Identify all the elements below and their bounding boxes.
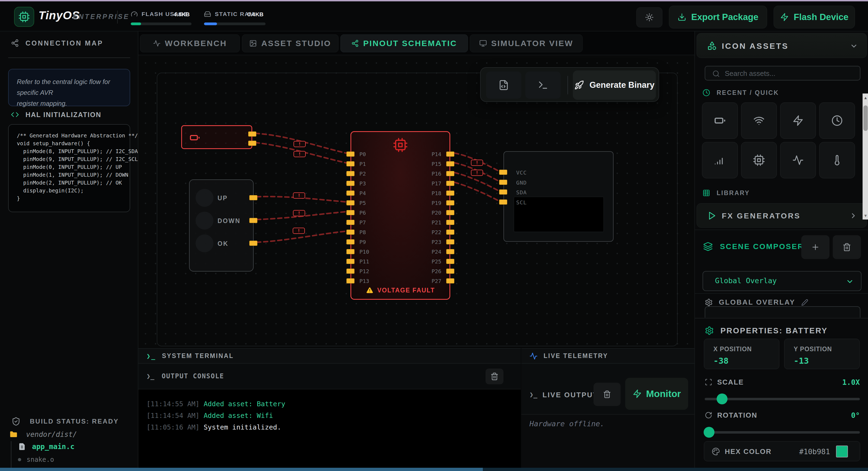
display-pin-pad[interactable] bbox=[499, 190, 507, 195]
wire-fault-marker[interactable]: ! bbox=[293, 228, 305, 234]
rotation-slider-thumb[interactable] bbox=[704, 427, 714, 438]
chip-pin-pad[interactable] bbox=[346, 249, 354, 254]
chip-pin-pad[interactable] bbox=[346, 278, 354, 283]
monitor-button[interactable]: Monitor bbox=[625, 378, 688, 410]
asset-tile-thermometer[interactable] bbox=[819, 142, 855, 178]
chip-pin-pad[interactable] bbox=[346, 152, 354, 157]
chip-pin-pad[interactable] bbox=[446, 249, 454, 254]
theme-toggle-button[interactable] bbox=[637, 7, 662, 27]
hal-code-block[interactable]: /** Generated Hardware Abstraction **/vo… bbox=[8, 124, 130, 212]
chip-pin-pad[interactable] bbox=[446, 220, 454, 225]
chip-pin-pad[interactable] bbox=[346, 269, 354, 274]
asset-tile-signal[interactable] bbox=[702, 142, 738, 178]
overlay-name-input[interactable] bbox=[705, 306, 860, 317]
horizontal-scrollbar[interactable] bbox=[0, 468, 868, 471]
wire-fault-marker[interactable]: ! bbox=[471, 170, 483, 176]
y-position-field[interactable]: Y POSITION -13 bbox=[784, 339, 860, 369]
display-module-node[interactable]: VCCGNDSDASCL bbox=[503, 151, 614, 242]
flash-device-button[interactable]: Flash Device bbox=[774, 6, 855, 29]
scroll-down-arrow[interactable]: ▼ bbox=[863, 212, 868, 219]
chip-pin-pad[interactable] bbox=[346, 210, 354, 215]
chip-pin-pad[interactable] bbox=[446, 152, 454, 157]
battery-pin-pad[interactable] bbox=[248, 141, 256, 146]
hex-color-field[interactable]: HEX COLOR #10b981 bbox=[704, 441, 860, 461]
scale-slider-thumb[interactable] bbox=[717, 394, 727, 404]
wire-fault-marker[interactable]: ! bbox=[293, 210, 305, 216]
chip-pin-pad[interactable] bbox=[446, 259, 454, 264]
x-position-field[interactable]: X POSITION -38 bbox=[704, 339, 779, 369]
chip-pin-pad[interactable] bbox=[446, 200, 454, 205]
asset-tile-activity[interactable] bbox=[780, 142, 816, 178]
panel-scrollbar[interactable]: ▲ ▼ bbox=[863, 94, 868, 220]
push-button-up[interactable] bbox=[195, 189, 214, 207]
asset-tile-clock[interactable] bbox=[819, 102, 855, 139]
folder-row[interactable]: vendor/dist/ bbox=[9, 430, 77, 438]
chip-pin-pad[interactable] bbox=[346, 191, 354, 196]
wire-fault-marker[interactable]: ! bbox=[293, 141, 306, 147]
display-pin-pad[interactable] bbox=[499, 199, 507, 205]
icon-assets-header[interactable]: ICON ASSETS bbox=[696, 33, 867, 58]
chip-pin-pad[interactable] bbox=[346, 181, 354, 186]
fx-generators-row[interactable]: FX GENERATORS bbox=[696, 203, 867, 228]
chip-pin-pad[interactable] bbox=[446, 239, 454, 244]
chip-pin-pad[interactable] bbox=[346, 230, 354, 235]
chip-pin-pad[interactable] bbox=[346, 171, 354, 176]
asset-tile-battery[interactable] bbox=[702, 102, 738, 139]
button-pin-pad[interactable] bbox=[249, 241, 257, 246]
chip-pin-pad[interactable] bbox=[346, 239, 354, 244]
asset-tile-cpu[interactable] bbox=[741, 142, 777, 178]
chip-pin-pad[interactable] bbox=[346, 259, 354, 264]
chip-pin-pad[interactable] bbox=[446, 210, 454, 215]
clear-console-button[interactable] bbox=[486, 369, 503, 384]
add-scene-button[interactable] bbox=[801, 235, 830, 259]
rotation-slider[interactable] bbox=[705, 431, 860, 434]
file-item-app-main[interactable]: app_main.c bbox=[18, 442, 74, 451]
generate-binary-button[interactable]: Generate Binary bbox=[573, 70, 656, 100]
export-package-button[interactable]: Export Package bbox=[669, 6, 767, 29]
tab-asset-studio[interactable]: ASSET STUDIO bbox=[242, 34, 339, 52]
push-button-ok[interactable] bbox=[195, 234, 214, 252]
open-terminal-button[interactable] bbox=[525, 72, 561, 99]
color-swatch[interactable] bbox=[836, 445, 848, 458]
clear-telemetry-button[interactable] bbox=[593, 383, 621, 406]
battery-pin-pad[interactable] bbox=[248, 131, 256, 137]
tab-pinout-schematic[interactable]: PINOUT SCHEMATIC bbox=[340, 34, 468, 52]
overlay-select[interactable]: Global Overlay bbox=[703, 271, 862, 291]
chip-pin-pad[interactable] bbox=[346, 161, 354, 166]
scale-slider[interactable] bbox=[705, 398, 860, 400]
display-pin-pad[interactable] bbox=[499, 180, 507, 185]
button-pin-pad[interactable] bbox=[249, 195, 257, 200]
wire-fault-marker[interactable]: ! bbox=[471, 160, 483, 166]
chip-pin-pad[interactable] bbox=[446, 171, 454, 176]
tab-simulator-view[interactable]: SIMULATOR VIEW bbox=[470, 34, 583, 52]
button-pin-pad[interactable] bbox=[249, 218, 257, 223]
chip-pin-pad[interactable] bbox=[446, 191, 454, 196]
view-code-button[interactable] bbox=[486, 72, 521, 99]
search-input[interactable] bbox=[725, 67, 855, 79]
chip-pin-pad[interactable] bbox=[346, 220, 354, 225]
asset-tile-wifi[interactable] bbox=[741, 102, 777, 139]
tab-workbench[interactable]: WORKBENCH bbox=[140, 34, 240, 52]
chip-pin-pad[interactable] bbox=[446, 181, 454, 186]
chip-pin-pad[interactable] bbox=[446, 161, 454, 166]
console-log[interactable]: [11:14:55 AM] Added asset: Battery[11:14… bbox=[138, 390, 521, 468]
horizontal-scrollbar-thumb[interactable] bbox=[0, 468, 483, 471]
scrollbar-thumb[interactable] bbox=[863, 105, 868, 131]
wire-fault-marker[interactable]: ! bbox=[293, 151, 306, 157]
battery-node[interactable] bbox=[181, 125, 252, 149]
file-item-snake[interactable]: snake.o bbox=[18, 456, 54, 463]
wire-fault-marker[interactable]: ! bbox=[293, 193, 305, 199]
chip-pin-pad[interactable] bbox=[446, 278, 454, 283]
buttons-node[interactable]: UPDOWNOK bbox=[189, 179, 254, 272]
scroll-up-arrow[interactable]: ▲ bbox=[863, 94, 868, 101]
chip-pin-pad[interactable] bbox=[346, 200, 354, 205]
pencil-icon[interactable] bbox=[801, 299, 808, 306]
push-button-down[interactable] bbox=[195, 212, 214, 230]
schematic-canvas[interactable]: UPDOWNOK VOLTAGE FAULT P0P1P2P3P4P5P6P7P… bbox=[138, 55, 694, 348]
asset-tile-zap[interactable] bbox=[780, 102, 816, 139]
chip-pin-pad[interactable] bbox=[446, 230, 454, 235]
mcu-chip-node[interactable]: VOLTAGE FAULT P0P1P2P3P4P5P6P7P8P9P10P11… bbox=[350, 131, 450, 300]
delete-scene-button[interactable] bbox=[833, 235, 861, 259]
display-pin-pad[interactable] bbox=[499, 170, 507, 175]
chip-pin-pad[interactable] bbox=[446, 269, 454, 274]
